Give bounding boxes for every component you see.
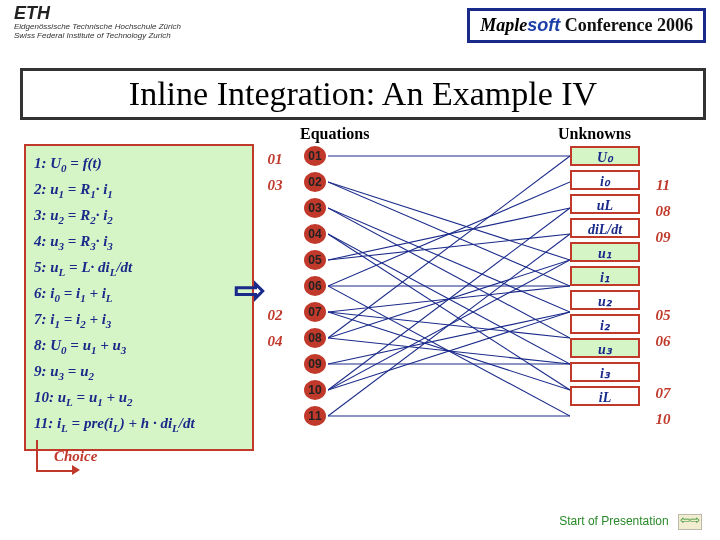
left-order-number bbox=[262, 198, 288, 224]
left-order-number: 04 bbox=[262, 328, 288, 354]
left-order-number: 03 bbox=[262, 172, 288, 198]
right-order-number: 06 bbox=[650, 328, 676, 354]
right-order-number bbox=[650, 354, 676, 380]
svg-line-4 bbox=[328, 208, 570, 338]
equation-bubble: 07 bbox=[304, 302, 326, 322]
equation-row: 10: uL = u1 + u2 bbox=[34, 384, 244, 410]
unknown-box: uL bbox=[570, 194, 640, 214]
brand-subtitle: Eidgenössische Technische Hochschule Zür… bbox=[14, 22, 181, 40]
svg-line-3 bbox=[328, 208, 570, 312]
svg-line-15 bbox=[328, 156, 570, 338]
right-order-number: 07 bbox=[650, 380, 676, 406]
right-order-number bbox=[650, 276, 676, 302]
equation-list: 1: U0 = f(t)2: u1 = R1· i13: u2 = R2· i2… bbox=[24, 144, 254, 451]
equation-bubble-column: 0102030405060708091011 bbox=[304, 146, 330, 432]
unknown-box: iL bbox=[570, 386, 640, 406]
unknown-box: i₁ bbox=[570, 266, 640, 286]
unknown-box: i₂ bbox=[570, 314, 640, 334]
left-order-number bbox=[262, 224, 288, 250]
equation-bubble: 01 bbox=[304, 146, 326, 166]
left-order-number bbox=[262, 380, 288, 406]
unknown-box: i₃ bbox=[570, 362, 640, 382]
slide-title: Inline Integration: An Example IV bbox=[129, 75, 597, 112]
svg-line-24 bbox=[328, 234, 570, 416]
equation-row: 2: u1 = R1· i1 bbox=[34, 176, 244, 202]
svg-line-19 bbox=[328, 312, 570, 364]
conf-rest: Conference 2006 bbox=[560, 15, 693, 35]
header: ETH Eidgenössische Technische Hochschule… bbox=[0, 0, 720, 52]
unknown-box: i₀ bbox=[570, 170, 640, 190]
conf-soft: soft bbox=[527, 15, 560, 35]
start-presentation-link[interactable]: Start of Presentation bbox=[559, 514, 668, 528]
equation-bubble: 10 bbox=[304, 380, 326, 400]
right-order-column: 11080905060710 bbox=[650, 146, 676, 432]
svg-line-6 bbox=[328, 234, 570, 390]
equation-bubble: 02 bbox=[304, 172, 326, 192]
unknown-box: u₂ bbox=[570, 290, 640, 310]
equation-row: 9: u3 = u2 bbox=[34, 358, 244, 384]
right-order-number: 05 bbox=[650, 302, 676, 328]
unknown-box-column: U₀i₀uLdiL/dtu₁i₁u₂i₂u₃i₃iL bbox=[570, 146, 640, 410]
svg-line-1 bbox=[328, 182, 570, 260]
equation-bubble: 08 bbox=[304, 328, 326, 348]
conf-maple: Maple bbox=[480, 15, 527, 35]
right-order-number bbox=[650, 146, 676, 172]
equation-row: 8: U0 = u1 + u3 bbox=[34, 332, 244, 358]
bipartite-svg bbox=[328, 146, 570, 436]
left-order-number bbox=[262, 354, 288, 380]
left-order-number: 01 bbox=[262, 146, 288, 172]
right-order-number: 10 bbox=[650, 406, 676, 432]
slide-title-box: Inline Integration: An Example IV bbox=[20, 68, 706, 120]
equation-bubble: 05 bbox=[304, 250, 326, 270]
equation-bubble: 03 bbox=[304, 198, 326, 218]
equation-row: 6: i0 = i1 + iL bbox=[34, 280, 244, 306]
unknown-box: u₃ bbox=[570, 338, 640, 358]
equation-row: 7: i1 = i2 + i3 bbox=[34, 306, 244, 332]
right-order-number: 11 bbox=[650, 172, 676, 198]
unknown-box: u₁ bbox=[570, 242, 640, 262]
unknown-box: diL/dt bbox=[570, 218, 640, 238]
brand-name: ETH bbox=[14, 3, 181, 24]
unknowns-label: Unknowns bbox=[558, 125, 631, 143]
footer-nav[interactable]: Start of Presentation bbox=[559, 514, 702, 530]
equation-row: 4: u3 = R3· i3 bbox=[34, 228, 244, 254]
equation-row: 3: u2 = R2· i2 bbox=[34, 202, 244, 228]
equation-row: 11: iL = pre(iL) + h · diL/dt bbox=[34, 410, 244, 436]
equation-row: 1: U0 = f(t) bbox=[34, 150, 244, 176]
right-order-number: 08 bbox=[650, 198, 676, 224]
choice-label: Choice bbox=[54, 448, 97, 465]
unknown-box: U₀ bbox=[570, 146, 640, 166]
nav-arrows-icon[interactable] bbox=[678, 514, 702, 530]
equations-label: Equations bbox=[300, 125, 369, 143]
implies-arrow-icon: ⇨ bbox=[234, 268, 266, 312]
right-order-number: 09 bbox=[650, 224, 676, 250]
right-order-number bbox=[650, 250, 676, 276]
equation-bubble: 04 bbox=[304, 224, 326, 244]
brand-block: ETH Eidgenössische Technische Hochschule… bbox=[14, 3, 181, 40]
conference-box: Maplesoft Conference 2006 bbox=[467, 8, 706, 43]
svg-line-20 bbox=[328, 208, 570, 390]
equation-bubble: 11 bbox=[304, 406, 326, 426]
equation-bubble: 06 bbox=[304, 276, 326, 296]
equation-row: 5: uL = L· diL/dt bbox=[34, 254, 244, 280]
left-order-number bbox=[262, 406, 288, 432]
equation-bubble: 09 bbox=[304, 354, 326, 374]
